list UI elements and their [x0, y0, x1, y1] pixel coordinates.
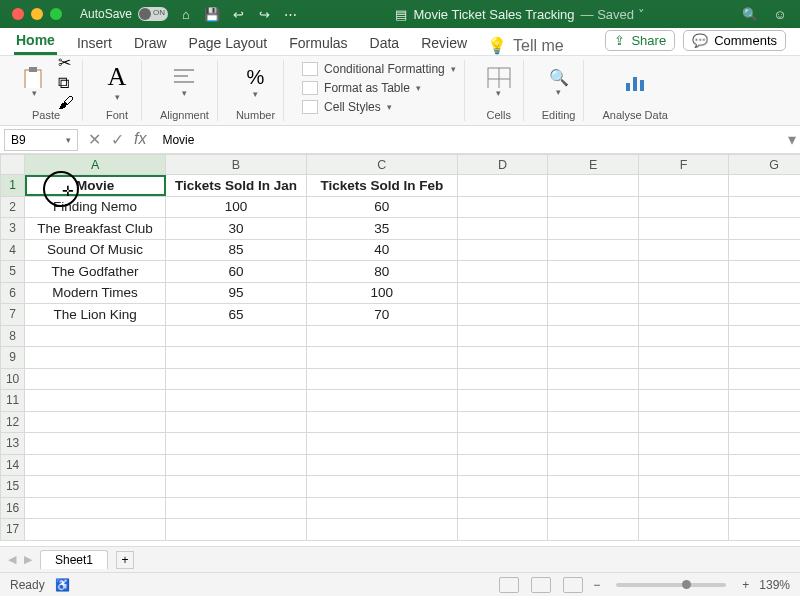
view-page-layout-icon[interactable]: [531, 577, 551, 593]
cell-E11[interactable]: [548, 390, 639, 412]
cell-D8[interactable]: [457, 325, 548, 347]
cell-F17[interactable]: [638, 519, 729, 541]
cell-D10[interactable]: [457, 368, 548, 390]
cell-F1[interactable]: [638, 175, 729, 197]
cell-F13[interactable]: [638, 433, 729, 455]
minimize-icon[interactable]: [31, 8, 43, 20]
cell-A13[interactable]: [25, 433, 166, 455]
cell-G8[interactable]: [729, 325, 800, 347]
cell-E3[interactable]: [548, 218, 639, 240]
cell-A8[interactable]: [25, 325, 166, 347]
cell-C1[interactable]: Tickets Sold In Feb: [306, 175, 457, 197]
cell-E5[interactable]: [548, 261, 639, 283]
cell-E13[interactable]: [548, 433, 639, 455]
cell-B3[interactable]: 30: [166, 218, 307, 240]
cell-A2[interactable]: Finding Nemo: [25, 196, 166, 218]
cell-B15[interactable]: [166, 476, 307, 498]
cell-D15[interactable]: [457, 476, 548, 498]
cell-E16[interactable]: [548, 497, 639, 519]
cell-F14[interactable]: [638, 454, 729, 476]
cell-D2[interactable]: [457, 196, 548, 218]
col-header-D[interactable]: D: [457, 155, 548, 175]
cell-G9[interactable]: [729, 347, 800, 369]
col-header-A[interactable]: A: [25, 155, 166, 175]
cells-button[interactable]: ▾: [483, 65, 515, 99]
col-header-E[interactable]: E: [548, 155, 639, 175]
tab-home[interactable]: Home: [14, 28, 57, 55]
cell-E7[interactable]: [548, 304, 639, 326]
cell-F10[interactable]: [638, 368, 729, 390]
view-page-break-icon[interactable]: [563, 577, 583, 593]
cell-B13[interactable]: [166, 433, 307, 455]
fullscreen-icon[interactable]: [50, 8, 62, 20]
cell-A10[interactable]: [25, 368, 166, 390]
cell-styles-button[interactable]: Cell Styles▾: [302, 99, 456, 116]
editing-button[interactable]: 🔍▾: [543, 65, 575, 99]
sheet-tab[interactable]: Sheet1: [40, 550, 108, 569]
cell-F3[interactable]: [638, 218, 729, 240]
zoom-out-button[interactable]: −: [593, 578, 600, 592]
row-header-11[interactable]: 11: [1, 390, 25, 412]
add-sheet-button[interactable]: +: [116, 551, 134, 569]
cell-F5[interactable]: [638, 261, 729, 283]
cell-C10[interactable]: [306, 368, 457, 390]
cell-C17[interactable]: [306, 519, 457, 541]
row-header-15[interactable]: 15: [1, 476, 25, 498]
cell-B16[interactable]: [166, 497, 307, 519]
cell-D6[interactable]: [457, 282, 548, 304]
cell-A16[interactable]: [25, 497, 166, 519]
cell-G6[interactable]: [729, 282, 800, 304]
tab-data[interactable]: Data: [368, 31, 402, 55]
accessibility-icon[interactable]: ♿: [55, 578, 70, 592]
col-header-C[interactable]: C: [306, 155, 457, 175]
cell-D12[interactable]: [457, 411, 548, 433]
cell-F8[interactable]: [638, 325, 729, 347]
col-header-G[interactable]: G: [729, 155, 800, 175]
cell-G4[interactable]: [729, 239, 800, 261]
copy-icon[interactable]: ⧉: [58, 74, 74, 92]
cell-A14[interactable]: [25, 454, 166, 476]
cell-E1[interactable]: [548, 175, 639, 197]
tab-formulas[interactable]: Formulas: [287, 31, 349, 55]
cell-E8[interactable]: [548, 325, 639, 347]
cell-C8[interactable]: [306, 325, 457, 347]
cell-G7[interactable]: [729, 304, 800, 326]
row-header-8[interactable]: 8: [1, 325, 25, 347]
row-header-12[interactable]: 12: [1, 411, 25, 433]
formula-input[interactable]: [156, 129, 784, 151]
cell-G14[interactable]: [729, 454, 800, 476]
cell-D16[interactable]: [457, 497, 548, 519]
row-header-4[interactable]: 4: [1, 239, 25, 261]
cell-D3[interactable]: [457, 218, 548, 240]
tab-insert[interactable]: Insert: [75, 31, 114, 55]
cell-G11[interactable]: [729, 390, 800, 412]
cell-A11[interactable]: [25, 390, 166, 412]
cell-G17[interactable]: [729, 519, 800, 541]
tell-me[interactable]: 💡 Tell me: [487, 36, 564, 55]
cell-F9[interactable]: [638, 347, 729, 369]
zoom-level[interactable]: 139%: [759, 578, 790, 592]
cell-E17[interactable]: [548, 519, 639, 541]
cell-C14[interactable]: [306, 454, 457, 476]
close-icon[interactable]: [12, 8, 24, 20]
formula-expand-icon[interactable]: ▾: [784, 130, 800, 149]
cell-B2[interactable]: 100: [166, 196, 307, 218]
cell-E4[interactable]: [548, 239, 639, 261]
row-header-9[interactable]: 9: [1, 347, 25, 369]
view-normal-icon[interactable]: [499, 577, 519, 593]
row-header-1[interactable]: 1: [1, 175, 25, 197]
cell-D4[interactable]: [457, 239, 548, 261]
cell-F12[interactable]: [638, 411, 729, 433]
cell-B9[interactable]: [166, 347, 307, 369]
sheet-nav-prev-icon[interactable]: ◀: [8, 553, 16, 566]
cell-B12[interactable]: [166, 411, 307, 433]
tab-draw[interactable]: Draw: [132, 31, 169, 55]
redo-icon[interactable]: ↪: [256, 6, 272, 22]
format-painter-icon[interactable]: 🖌: [58, 94, 74, 112]
cell-C2[interactable]: 60: [306, 196, 457, 218]
enter-icon[interactable]: ✓: [111, 130, 124, 149]
tab-review[interactable]: Review: [419, 31, 469, 55]
cell-G12[interactable]: [729, 411, 800, 433]
cell-B6[interactable]: 95: [166, 282, 307, 304]
cell-A1[interactable]: Movie: [25, 175, 166, 197]
